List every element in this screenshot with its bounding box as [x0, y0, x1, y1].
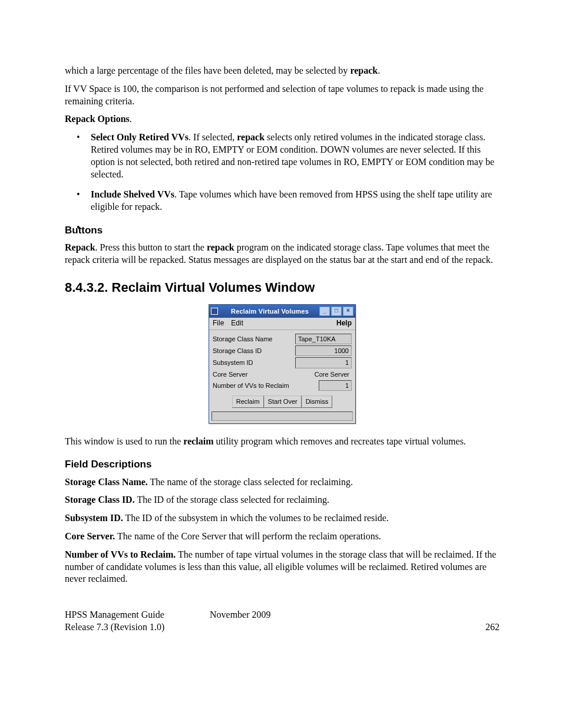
footer-date: November 2009 — [210, 609, 355, 621]
paragraph: Storage Class ID. The ID of the storage … — [65, 494, 500, 506]
dialog-menubar: File Edit Help — [209, 318, 355, 330]
dialog-fields: Storage Class Name Tape_T10KA Storage Cl… — [209, 330, 355, 393]
close-button[interactable]: × — [343, 307, 353, 316]
bullet-list: Select Only Retired VVs. If selected, re… — [65, 131, 500, 213]
text: This window is used to run the — [65, 436, 183, 446]
text-bold: Select Only Retired VVs — [91, 132, 189, 142]
dialog-title: Reclaim Virtual Volumes — [222, 307, 318, 315]
paragraph: Subsystem ID. The ID of the subsystem in… — [65, 512, 500, 525]
start-over-button[interactable]: Start Over — [264, 396, 302, 407]
system-menu-icon[interactable] — [211, 308, 218, 315]
page-footer: HPSS Management Guide Release 7.3 (Revis… — [65, 609, 500, 634]
dialog-figure: Reclaim Virtual Volumes _ □ × File Edit … — [65, 304, 500, 423]
field-row: Number of VVs to Reclaim 1 — [213, 380, 352, 391]
text: The name of the Core Server that will pe… — [115, 531, 381, 541]
footer-guide: HPSS Management Guide — [65, 609, 210, 621]
field-row: Storage Class ID 1000 — [213, 345, 352, 356]
text: The name of the storage class selected f… — [148, 477, 353, 487]
text: The ID of the storage class selected for… — [135, 495, 329, 505]
heading-field-descriptions: Field Descriptions — [65, 458, 500, 471]
paragraph: which a large percentage of the files ha… — [65, 65, 500, 77]
text: . If selected, — [189, 132, 237, 142]
subsystem-id-value[interactable]: 1 — [295, 357, 352, 368]
text-bold: Core Server. — [65, 531, 115, 541]
text: . — [378, 65, 380, 75]
field-row: Storage Class Name Tape_T10KA — [213, 334, 352, 344]
dialog-statusbar — [211, 411, 353, 421]
paragraph: Repack. Press this button to start the r… — [65, 242, 500, 266]
field-label: Storage Class Name — [213, 335, 295, 343]
text-bold: Storage Class ID. — [65, 495, 135, 505]
text: . — [130, 114, 132, 124]
field-row: Subsystem ID 1 — [213, 357, 352, 368]
text-bold: repack — [237, 132, 265, 142]
text-bold: reclaim — [183, 436, 213, 446]
text-bold: Storage Class Name. — [65, 477, 148, 487]
heading-buttons: Buttons — [65, 224, 500, 237]
paragraph: Repack Options. — [65, 113, 500, 126]
paragraph: This window is used to run the reclaim u… — [65, 436, 500, 448]
heading-reclaim-window: 8.4.3.2. Reclaim Virtual Volumes Window — [65, 279, 500, 297]
reclaim-button[interactable]: Reclaim — [232, 396, 264, 407]
paragraph: If VV Space is 100, the comparison is no… — [65, 83, 500, 108]
text: The ID of the subsystem in which the vol… — [123, 513, 389, 523]
paragraph: Storage Class Name. The name of the stor… — [65, 476, 500, 489]
text-bold: repack — [350, 65, 378, 75]
text-bold: Number of VVs to Reclaim. — [65, 549, 176, 559]
dismiss-button[interactable]: Dismiss — [302, 396, 333, 407]
minimize-button[interactable]: _ — [319, 307, 330, 316]
dialog-button-bar: Reclaim Start Over Dismiss — [209, 393, 355, 411]
text: which a large percentage of the files ha… — [65, 65, 350, 75]
menu-help[interactable]: Help — [336, 319, 352, 328]
text: utility program which removes and recrea… — [214, 436, 466, 446]
text-bold: Repack — [65, 242, 95, 252]
field-label: Subsystem ID — [213, 358, 295, 367]
list-item: Include Shelved VVs. Tape volumes which … — [65, 189, 500, 213]
footer-page-number: 262 — [355, 621, 500, 634]
text: . Press this button to start the — [95, 242, 207, 252]
field-label: Storage Class ID — [213, 347, 295, 355]
paragraph: Number of VVs to Reclaim. The number of … — [65, 549, 500, 585]
text-bold: Subsystem ID. — [65, 513, 123, 523]
text-bold: Include Shelved VVs — [91, 189, 174, 199]
num-vvs-value[interactable]: 1 — [319, 380, 352, 391]
field-row: Core Server Core Server — [213, 370, 352, 379]
storage-class-id-value[interactable]: 1000 — [295, 345, 352, 356]
text-bold: Repack Options — [65, 114, 130, 124]
reclaim-dialog: Reclaim Virtual Volumes _ □ × File Edit … — [209, 304, 356, 423]
field-label: Core Server — [213, 370, 296, 378]
menu-edit[interactable]: Edit — [231, 319, 243, 328]
text-bold: repack — [207, 242, 234, 252]
list-item: Select Only Retired VVs. If selected, re… — [65, 131, 500, 180]
paragraph: Core Server. The name of the Core Server… — [65, 531, 500, 543]
core-server-value: Core Server — [296, 370, 352, 379]
maximize-button[interactable]: □ — [331, 307, 342, 316]
field-label: Number of VVs to Reclaim — [213, 381, 319, 390]
storage-class-name-value[interactable]: Tape_T10KA — [295, 334, 352, 344]
menu-file[interactable]: File — [213, 319, 224, 328]
footer-release: Release 7.3 (Revision 1.0) — [65, 621, 210, 634]
dialog-titlebar: Reclaim Virtual Volumes _ □ × — [209, 305, 355, 318]
